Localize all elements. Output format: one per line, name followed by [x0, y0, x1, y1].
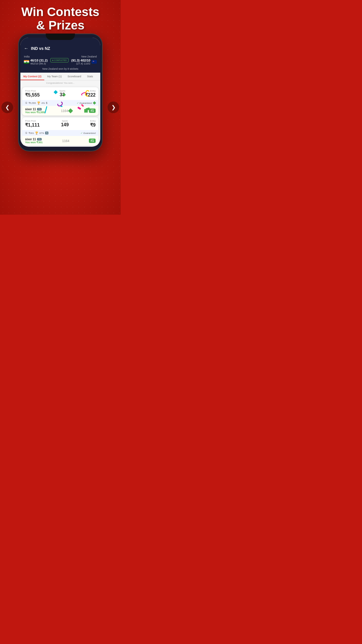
tab-my-contest[interactable]: My Contest (2) — [20, 73, 44, 80]
won-text-2: You won ₹301 — [25, 141, 43, 144]
entry-section: Entry ₹222 — [85, 90, 96, 98]
team-name-tag-2: sixer 11 T1 — [25, 138, 43, 141]
spots-label: Spots — [59, 90, 65, 92]
team-badge: T1 — [37, 108, 42, 111]
team-info-row: sixer 11 T1 You won ₹5,555 1164 #1 — [25, 108, 96, 114]
prize-pool-section-2: Prize Pool ₹1,111 — [25, 120, 40, 128]
contest-card-1[interactable]: Prize Pool ₹5,555 Spots 33 Entry ₹222 — [22, 87, 99, 116]
card-2-top: Prize Pool ₹1,111 Spots 149 Entry ₹9 — [22, 117, 99, 130]
next-arrow[interactable]: ❯ — [108, 102, 119, 113]
congrats-text: Congratulations! You won... — [20, 80, 100, 85]
prize-amount-2: ₹1,111 — [25, 122, 40, 128]
phone-mockup: ← IND vs NZ India 46/10 — [18, 34, 103, 151]
guaranteed-badge: ✓ Guaranteed — [77, 102, 96, 104]
prev-arrow[interactable]: ❮ — [1, 102, 13, 113]
spots-count-2: 149 — [61, 122, 69, 127]
card-1-team-row: sixer 11 T1 You won ₹5,555 1164 #1 — [22, 106, 99, 116]
team-name-tag: sixer 11 T1 — [25, 108, 45, 111]
max-entries: 5 — [45, 132, 48, 134]
india-score-main: 46/10 (31.2) — [30, 59, 48, 62]
spots-section: Spots 33 — [59, 90, 65, 97]
contest-score-2: 1164 — [62, 139, 69, 143]
team-name: sixer 11 — [25, 108, 36, 111]
card-2-stats-row: ① ₹301 🏆 67% 5 ✓ Guaranteed — [22, 130, 99, 136]
entry-label: Entry — [85, 90, 96, 92]
tabs-row: My Contest (2) My Team (1) Scoreboard St… — [20, 73, 100, 80]
match-result: New Zealand won by 8 wickets — [24, 67, 97, 73]
india-flag — [24, 60, 29, 64]
rank-prize-amount: ₹5,555 — [29, 102, 36, 104]
phone-screen: ← IND vs NZ India 46/10 — [20, 38, 100, 147]
team-nz-name: New Zealand — [71, 55, 97, 58]
headline-line2: & Prizes — [6, 19, 115, 32]
prize-amount: ₹5,555 — [25, 92, 40, 98]
rank-prize-info: ① ₹5,555 🏆 4% $ — [25, 102, 48, 104]
headline: Win Contests & Prizes — [0, 5, 121, 32]
card-2-prize-row: Prize Pool ₹1,111 Spots 149 Entry ₹9 — [25, 120, 96, 128]
spots-count: 33 — [59, 92, 65, 97]
prize-pool-section: Prize Pool ₹5,555 — [25, 90, 40, 98]
won-text: You won ₹5,555 — [25, 111, 45, 114]
team-badge-2: T1 — [37, 138, 42, 141]
team-info-row-2: sixer 11 T1 You won ₹301 1164 #1 — [25, 138, 96, 144]
nz-score-main: (91.3) 402/10 — [71, 59, 90, 62]
prize-label: Prize Pool — [25, 90, 40, 92]
headline-line1: Win Contests — [6, 5, 115, 19]
prize-label-2: Prize Pool — [25, 120, 40, 122]
rank-badge-2: #1 — [89, 139, 96, 143]
trophy-pct-2: 67% — [39, 132, 44, 134]
team-left-section-2: sixer 11 T1 You won ₹301 — [25, 138, 43, 144]
guaranteed-text-2: Guaranteed — [83, 132, 96, 134]
rank-badge: #1 — [89, 108, 96, 113]
team-india: India 46/10 (31.2) 462/10 (99.3) — [24, 55, 48, 65]
card-1-prize-row: Prize Pool ₹5,555 Spots 33 Entry ₹222 — [25, 90, 96, 98]
match-scores: India 46/10 (31.2) 462/10 (99.3) — [24, 54, 97, 67]
rank-prize-info-2: ① ₹301 🏆 67% 5 — [25, 132, 48, 134]
back-button[interactable]: ← — [24, 46, 29, 51]
nav-row: ← IND vs NZ — [24, 46, 97, 51]
contest-card-2[interactable]: Prize Pool ₹1,111 Spots 149 Entry ₹9 — [22, 117, 99, 146]
guaranteed-text: Guaranteed — [80, 102, 92, 104]
guaranteed-badge-2: ✓ Guaranteed — [80, 132, 96, 134]
entry-fee: ₹222 — [85, 92, 96, 98]
team-name-2: sixer 11 — [25, 138, 36, 141]
contest-score: 1164 — [61, 109, 68, 113]
entry-fee-2: ₹9 — [90, 122, 96, 128]
phone-frame: ← IND vs NZ India 46/10 — [18, 34, 103, 151]
trophy-pct: 4% — [41, 102, 45, 104]
team-left-section: sixer 11 T1 You won ₹5,555 — [25, 108, 45, 114]
card-1-stats-row: ① ₹5,555 🏆 4% $ ✓ Guaranteed — [22, 100, 99, 106]
nz-flag: 🇳🇿 — [92, 60, 97, 64]
tab-scoreboard[interactable]: Scoreboard — [65, 73, 84, 80]
chevron-left-icon: ❮ — [5, 104, 10, 111]
match-title: IND vs NZ — [31, 46, 50, 51]
india-score-sub: 462/10 (99.3) — [30, 62, 48, 65]
tab-stats[interactable]: Stats — [84, 73, 96, 80]
rank-section: #1 — [84, 108, 96, 113]
screen-header: ← IND vs NZ India 46/10 — [20, 38, 100, 73]
team-india-name: India — [24, 55, 48, 58]
card-2-team-row: sixer 11 T1 You won ₹301 1164 #1 — [22, 136, 99, 146]
spots-section-2: Spots 149 — [61, 120, 69, 127]
entry-section-2: Entry ₹9 — [90, 120, 96, 128]
spots-label-2: Spots — [61, 120, 69, 122]
entry-label-2: Entry — [90, 120, 96, 122]
status-badge: ● COMPLETED — [50, 58, 68, 62]
phone-notch — [46, 34, 75, 40]
card-1-top: Prize Pool ₹5,555 Spots 33 Entry ₹222 — [22, 87, 99, 100]
rank-prize-amount-2: ₹301 — [29, 132, 34, 134]
tab-my-team[interactable]: My Team (1) — [44, 73, 65, 80]
chevron-right-icon: ❯ — [111, 104, 116, 111]
nz-score-sub: (27.4) 110/2 — [71, 62, 90, 65]
team-nz: New Zealand (91.3) 402/10 (27.4) 110/2 🇳… — [71, 55, 97, 65]
rank-color-block — [84, 109, 88, 113]
